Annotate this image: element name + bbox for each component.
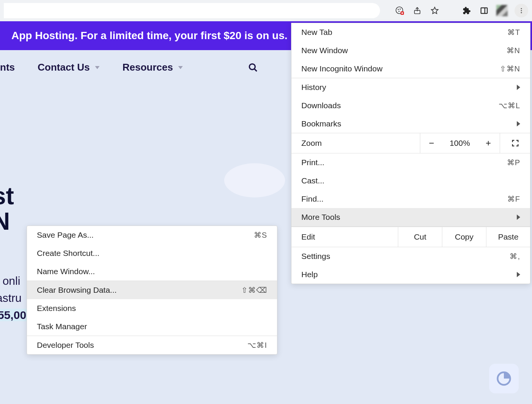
svg-point-3 xyxy=(399,11,400,12)
menu-label: Cast... xyxy=(301,176,325,185)
menu-label: Find... xyxy=(301,194,323,204)
nav-item-partial[interactable]: nts xyxy=(0,62,15,73)
menu-bookmarks[interactable]: Bookmarks xyxy=(291,115,530,133)
menu-label: Settings xyxy=(301,252,330,261)
svg-point-9 xyxy=(521,10,522,11)
menu-new-tab[interactable]: New Tab ⌘T xyxy=(291,23,530,41)
shortcut: ⌘F xyxy=(507,194,520,204)
submenu-save-page[interactable]: Save Page As... ⌘S xyxy=(27,226,277,244)
svg-rect-6 xyxy=(481,8,488,14)
shortcut: ⇧⌘N xyxy=(500,64,520,73)
submenu-arrow-icon xyxy=(517,272,520,277)
browser-toolbar xyxy=(0,0,532,21)
shortcut: ⌘N xyxy=(507,46,520,55)
svg-point-8 xyxy=(521,8,522,9)
menu-more-tools[interactable]: More Tools xyxy=(291,208,530,226)
shortcut: ⌘P xyxy=(507,158,520,167)
chrome-menu-button[interactable] xyxy=(515,4,528,17)
menu-label: Name Window... xyxy=(37,267,95,276)
menu-label: Developer Tools xyxy=(37,341,94,350)
zoom-out-button[interactable]: − xyxy=(420,133,443,153)
menu-new-incognito[interactable]: New Incognito Window ⇧⌘N xyxy=(291,60,530,78)
nav-label: Contact Us xyxy=(38,62,90,73)
cloud-decoration xyxy=(224,163,285,197)
menu-new-window[interactable]: New Window ⌘N xyxy=(291,41,530,60)
menu-label: Clear Browsing Data... xyxy=(37,286,117,295)
menu-history[interactable]: History xyxy=(291,78,530,96)
edit-paste-button[interactable]: Paste xyxy=(486,227,530,247)
nav-item-contact[interactable]: Contact Us xyxy=(38,62,100,73)
zoom-label: Zoom xyxy=(291,133,420,153)
star-icon[interactable] xyxy=(429,5,440,16)
shortcut: ⇧⌘⌫ xyxy=(241,286,267,295)
svg-point-2 xyxy=(400,9,401,10)
analytics-widget-icon[interactable] xyxy=(489,364,519,393)
submenu-developer-tools[interactable]: Developer Tools ⌥⌘I xyxy=(27,336,277,354)
shortcut: ⌥⌘L xyxy=(499,101,520,110)
submenu-arrow-icon xyxy=(517,121,520,126)
extensions-icon[interactable] xyxy=(461,5,472,16)
shortcut: ⌥⌘I xyxy=(247,341,267,350)
cookies-blocked-icon[interactable] xyxy=(394,5,405,16)
edit-label: Edit xyxy=(291,227,398,247)
menu-help[interactable]: Help xyxy=(291,265,530,284)
menu-label: Extensions xyxy=(37,304,76,313)
menu-label: More Tools xyxy=(301,213,340,222)
submenu-clear-browsing-data[interactable]: Clear Browsing Data... ⇧⌘⌫ xyxy=(27,281,277,299)
submenu-extensions[interactable]: Extensions xyxy=(27,299,277,317)
more-tools-submenu: Save Page As... ⌘S Create Shortcut... Na… xyxy=(27,226,277,355)
share-icon[interactable] xyxy=(412,5,423,16)
menu-label: New Incognito Window xyxy=(301,64,383,73)
shortcut: ⌘T xyxy=(507,28,520,37)
svg-point-1 xyxy=(398,9,399,10)
shortcut: ⌘, xyxy=(510,252,520,261)
chrome-main-menu: New Tab ⌘T New Window ⌘N New Incognito W… xyxy=(291,23,530,284)
menu-label: Help xyxy=(301,270,318,279)
search-icon[interactable] xyxy=(248,62,258,73)
submenu-task-manager[interactable]: Task Manager xyxy=(27,317,277,336)
nav-item-resources[interactable]: Resources xyxy=(122,62,183,73)
profile-avatar[interactable] xyxy=(496,5,508,16)
menu-cast[interactable]: Cast... xyxy=(291,172,530,190)
zoom-value: 100% xyxy=(443,133,477,153)
chevron-down-icon xyxy=(178,66,183,69)
menu-label: Print... xyxy=(301,158,325,167)
menu-print[interactable]: Print... ⌘P xyxy=(291,153,530,172)
menu-label: Task Manager xyxy=(37,322,87,331)
menu-label: New Window xyxy=(301,46,348,55)
edit-cut-button[interactable]: Cut xyxy=(398,227,442,247)
side-panel-icon[interactable] xyxy=(479,5,489,16)
menu-label: History xyxy=(301,83,326,92)
address-bar-end[interactable] xyxy=(4,3,380,18)
menu-edit-row: Edit Cut Copy Paste xyxy=(291,227,530,247)
menu-settings[interactable]: Settings ⌘, xyxy=(291,247,530,265)
menu-label: Downloads xyxy=(301,101,341,110)
zoom-in-button[interactable]: + xyxy=(477,133,500,153)
submenu-create-shortcut[interactable]: Create Shortcut... xyxy=(27,244,277,262)
nav-label: Resources xyxy=(122,62,173,73)
chevron-down-icon xyxy=(95,66,100,69)
svg-line-12 xyxy=(254,69,257,71)
fullscreen-button[interactable] xyxy=(500,133,530,153)
menu-label: Create Shortcut... xyxy=(37,249,100,258)
menu-zoom-row: Zoom − 100% + xyxy=(291,133,530,153)
menu-downloads[interactable]: Downloads ⌥⌘L xyxy=(291,96,530,115)
submenu-arrow-icon xyxy=(517,85,520,90)
svg-point-10 xyxy=(521,12,522,13)
menu-label: New Tab xyxy=(301,28,332,37)
edit-copy-button[interactable]: Copy xyxy=(442,227,486,247)
menu-label: Save Page As... xyxy=(37,230,93,240)
shortcut: ⌘S xyxy=(254,230,267,240)
menu-label: Bookmarks xyxy=(301,119,341,128)
submenu-arrow-icon xyxy=(517,215,520,220)
menu-find[interactable]: Find... ⌘F xyxy=(291,190,530,208)
submenu-name-window[interactable]: Name Window... xyxy=(27,262,277,281)
svg-point-11 xyxy=(249,64,255,69)
